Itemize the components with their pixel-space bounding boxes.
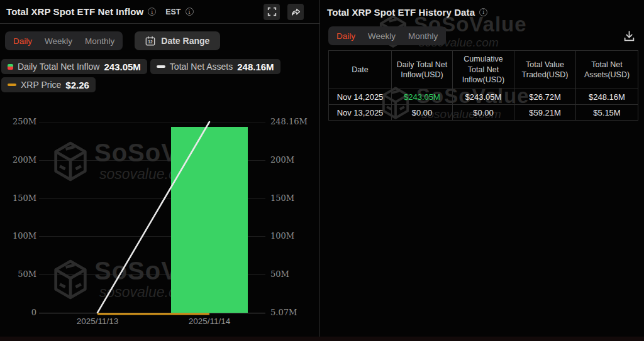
history-table: DateDaily Total Net Inflow(USD)Cumulativ…	[328, 50, 638, 121]
tab-monthly[interactable]: Monthly	[408, 31, 438, 41]
chart-title: Total XRP Spot ETF Net Inflow	[6, 6, 143, 17]
inflow-swatch-icon	[8, 64, 13, 70]
table-cell: $26.72M	[514, 89, 576, 105]
table-row: Nov 13,2025$0.00$0.00$59.21M$5.15M	[329, 105, 638, 121]
column-header: Date	[329, 51, 392, 89]
legend-row: XRP Price $2.26	[1, 77, 96, 92]
tab-daily[interactable]: Daily	[336, 31, 355, 41]
column-header: Cumulative Total Net Inflow(USD)	[453, 51, 514, 89]
download-button[interactable]	[622, 29, 636, 43]
download-icon	[623, 30, 635, 42]
table-cell: $5.15M	[576, 105, 638, 121]
timezone-info-icon[interactable]: i	[186, 8, 194, 16]
legend-item-daily-inflow[interactable]: Daily Total Net Inflow 243.05M	[1, 59, 147, 74]
assets-line-swatch-icon	[157, 65, 165, 68]
price-line-swatch-icon	[8, 84, 16, 86]
table-cell: Nov 14,2025	[329, 89, 392, 105]
share-icon	[291, 7, 301, 17]
legend-label: XRP Price	[21, 80, 61, 90]
column-header: Daily Total Net Inflow(USD)	[392, 51, 453, 89]
table-title: Total XRP Spot ETF History Data	[327, 7, 475, 18]
tab-weekly[interactable]: Weekly	[45, 36, 72, 46]
net-inflow-chart-panel: Total XRP Spot ETF Net Inflow i EST i Da…	[0, 0, 320, 337]
table-cell: $243.05M	[392, 89, 453, 105]
legend-value: $2.26	[65, 80, 89, 90]
chart-header: Total XRP Spot ETF Net Inflow i EST i	[0, 0, 320, 24]
share-button[interactable]	[287, 4, 304, 20]
period-tab-group: DailyWeeklyMonthly	[328, 26, 446, 45]
date-range-label: Date Range	[161, 36, 209, 46]
legend-label: Total Net Assets	[170, 62, 233, 72]
timezone-label: EST	[165, 8, 180, 16]
date-range-button[interactable]: 12 Date Range	[135, 31, 220, 50]
table-controls: DailyWeeklyMonthly	[328, 26, 446, 45]
column-header: Total Net Assets(USD)	[576, 51, 638, 89]
period-tab-group: DailyWeeklyMonthly	[5, 31, 123, 50]
table-body: Nov 14,2025$243.05M$243.05M$26.72M$248.1…	[329, 89, 638, 121]
fullscreen-button[interactable]	[264, 4, 280, 20]
table-cell: $59.21M	[514, 105, 576, 121]
legend-row: Daily Total Net Inflow 243.05M Total Net…	[1, 59, 280, 74]
calendar-icon: 12	[145, 36, 155, 46]
fullscreen-icon	[267, 7, 277, 16]
net-assets-line	[97, 122, 209, 313]
legend-item-xrp-price[interactable]: XRP Price $2.26	[1, 77, 96, 92]
table-cell: $0.00	[392, 105, 453, 121]
net-inflow-chart: 250M248.16M200M200M150M150M100M100M50M50…	[0, 100, 320, 337]
table-header-bar: Total XRP Spot ETF History Data i	[321, 0, 644, 24]
tab-daily[interactable]: Daily	[13, 36, 32, 46]
legend-item-net-assets[interactable]: Total Net Assets 248.16M	[150, 59, 280, 74]
info-icon[interactable]: i	[479, 8, 487, 16]
table-cell: $0.00	[453, 105, 514, 121]
svg-text:12: 12	[148, 40, 153, 44]
table-head: DateDaily Total Net Inflow(USD)Cumulativ…	[329, 51, 638, 89]
table-cell: $248.16M	[576, 89, 638, 105]
table-cell: $243.05M	[453, 89, 514, 105]
history-data-panel: Total XRP Spot ETF History Data i DailyW…	[321, 0, 644, 337]
chart-controls: DailyWeeklyMonthly 12 Date Range	[5, 31, 220, 50]
info-icon[interactable]: i	[148, 8, 156, 16]
legend-value: 243.05M	[104, 62, 140, 72]
legend-value: 248.16M	[237, 62, 274, 72]
tab-weekly[interactable]: Weekly	[368, 31, 396, 41]
chart-lines	[0, 100, 320, 337]
dashboard: Total XRP Spot ETF Net Inflow i EST i Da…	[0, 0, 644, 341]
legend-label: Daily Total Net Inflow	[18, 62, 99, 72]
column-header: Total Value Traded(USD)	[514, 51, 576, 89]
bottom-strip	[0, 337, 644, 341]
tab-monthly[interactable]: Monthly	[85, 36, 114, 46]
table-cell: Nov 13,2025	[329, 105, 392, 121]
table-row: Nov 14,2025$243.05M$243.05M$26.72M$248.1…	[329, 89, 638, 105]
